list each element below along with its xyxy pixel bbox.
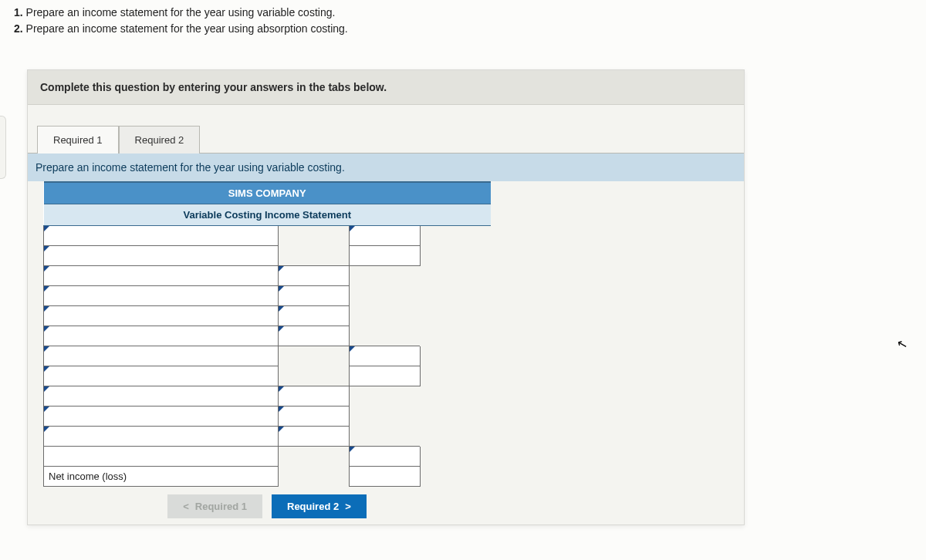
table-row <box>44 427 492 447</box>
amount-cell[interactable] <box>349 246 420 266</box>
amount-cell[interactable] <box>279 306 350 326</box>
answer-panel: Complete this question by entering your … <box>27 69 745 525</box>
amount-cell-ghost <box>349 266 420 286</box>
instruction-1-text: Prepare an income statement for the year… <box>23 6 336 19</box>
amount-cell-ghost <box>420 447 491 467</box>
amount-cell-ghost <box>420 226 491 246</box>
table-row <box>44 407 492 427</box>
statement-title-header: Variable Costing Income Statement <box>44 204 492 226</box>
tab-subprompt: Prepare an income statement for the year… <box>28 153 744 181</box>
amount-cell-ghost <box>279 467 350 487</box>
table-row <box>44 286 492 306</box>
income-statement-table: SIMS COMPANY Variable Costing Income Sta… <box>43 181 491 487</box>
amount-cell-ghost <box>349 407 420 427</box>
amount-cell-ghost <box>279 346 350 366</box>
next-tab-label: Required 2 <box>287 501 339 512</box>
prev-tab-button: < Required 1 <box>167 494 262 518</box>
line-item-select[interactable] <box>44 427 279 447</box>
amount-cell-ghost <box>420 386 491 407</box>
table-row <box>44 306 492 326</box>
line-item-select[interactable] <box>44 246 279 266</box>
tab-required-1[interactable]: Required 1 <box>37 126 119 153</box>
amount-cell[interactable] <box>349 366 420 386</box>
net-income-label: Net income (loss) <box>44 467 279 487</box>
amount-cell-ghost <box>349 386 420 407</box>
tab-nav-row: < Required 1 Required 2 > <box>43 487 491 525</box>
line-item-select[interactable] <box>44 407 279 427</box>
tab-required-2[interactable]: Required 2 <box>119 126 201 153</box>
table-row-net-income: Net income (loss) <box>44 467 492 487</box>
amount-cell[interactable] <box>279 286 350 306</box>
instruction-2-text: Prepare an income statement for the year… <box>23 22 348 35</box>
amount-cell[interactable] <box>279 326 350 346</box>
amount-cell-ghost <box>279 366 350 386</box>
worksheet-area: SIMS COMPANY Variable Costing Income Sta… <box>28 181 744 525</box>
amount-cell[interactable] <box>349 346 420 366</box>
amount-cell-ghost <box>420 246 491 266</box>
table-row <box>44 346 492 366</box>
tabs-row: Required 1 Required 2 <box>28 105 744 153</box>
table-row <box>44 447 492 467</box>
amount-cell-ghost <box>420 286 491 306</box>
amount-cell-ghost <box>420 366 491 386</box>
amount-cell-ghost <box>420 326 491 346</box>
amount-cell-ghost <box>420 427 491 447</box>
instruction-2-number: 2. <box>14 22 23 35</box>
next-tab-button[interactable]: Required 2 > <box>272 494 367 518</box>
line-item-select[interactable] <box>44 346 279 366</box>
amount-cell[interactable] <box>279 266 350 286</box>
table-row <box>44 326 492 346</box>
prev-tab-label: Required 1 <box>195 501 247 512</box>
amount-cell-ghost <box>279 226 350 246</box>
amount-cell[interactable] <box>349 467 420 487</box>
company-name-header: SIMS COMPANY <box>44 182 492 204</box>
amount-cell-ghost <box>420 467 491 487</box>
amount-cell[interactable] <box>349 226 420 246</box>
line-item-select[interactable] <box>44 326 279 346</box>
amount-cell-ghost <box>420 346 491 366</box>
question-instructions: 1. Prepare an income statement for the y… <box>0 0 926 46</box>
line-item-select[interactable] <box>44 226 279 246</box>
amount-cell-ghost <box>420 407 491 427</box>
amount-cell[interactable] <box>279 407 350 427</box>
line-item-select[interactable] <box>44 386 279 407</box>
amount-cell-ghost <box>420 266 491 286</box>
cursor-icon: ↖ <box>895 336 908 353</box>
amount-cell-ghost <box>279 447 350 467</box>
chevron-left-icon: < <box>183 501 189 512</box>
amount-cell-ghost <box>349 427 420 447</box>
amount-cell[interactable] <box>349 447 420 467</box>
amount-cell[interactable] <box>279 427 350 447</box>
side-drawer-handle[interactable] <box>0 116 6 179</box>
table-row <box>44 246 492 266</box>
line-item-blank <box>44 447 279 467</box>
amount-cell-ghost <box>349 306 420 326</box>
amount-cell-ghost <box>279 246 350 266</box>
line-item-select[interactable] <box>44 266 279 286</box>
line-item-select[interactable] <box>44 286 279 306</box>
line-item-select[interactable] <box>44 366 279 386</box>
table-row <box>44 226 492 246</box>
table-row <box>44 366 492 386</box>
amount-cell-ghost <box>349 326 420 346</box>
table-row <box>44 386 492 407</box>
amount-cell-ghost <box>420 306 491 326</box>
line-item-select[interactable] <box>44 306 279 326</box>
table-row <box>44 266 492 286</box>
chevron-right-icon: > <box>345 501 351 512</box>
amount-cell-ghost <box>349 286 420 306</box>
amount-cell[interactable] <box>279 386 350 407</box>
instruction-1-number: 1. <box>14 6 23 19</box>
panel-header: Complete this question by entering your … <box>28 70 744 105</box>
